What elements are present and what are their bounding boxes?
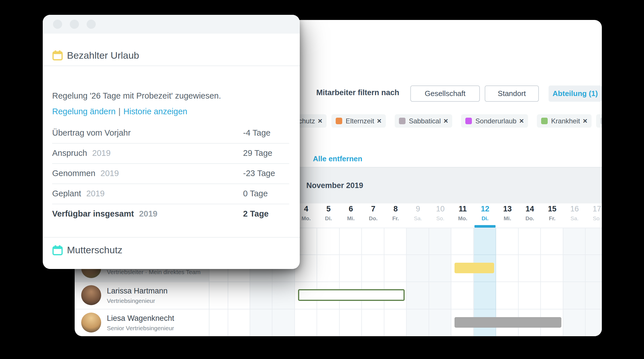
employee-name: Larissa Hartmann [107, 287, 168, 295]
chip-close-icon[interactable]: ✕ [519, 118, 524, 125]
month-label: November 2019 [306, 181, 363, 190]
filter-chip-Sonderurlaub[interactable]: Sonderurlaub✕ [461, 114, 528, 128]
balance-year: 2019 [92, 148, 111, 158]
day-header-5[interactable]: 5Di. [317, 205, 340, 228]
filter-label: Mitarbeiter filtern nach [316, 88, 399, 97]
day-of-week: Fr. [392, 216, 399, 221]
employee-role: Vertriebsleiter · Mein direktes Team [107, 269, 201, 276]
grid-column-day-6 [340, 228, 362, 336]
remove-all-filters-link[interactable]: Alle entfernen [313, 154, 362, 163]
regulation-text: Regelung '26 Tage mit Probezeit' zugewie… [52, 91, 221, 101]
chip-color-swatch [465, 118, 472, 124]
day-of-week: Do. [525, 216, 534, 221]
day-header-12[interactable]: 12Di. [474, 205, 496, 228]
divider [43, 66, 300, 66]
chips-row: Elternzeit✕Sabbatical✕Sonderurlaub✕Krank… [331, 114, 592, 128]
change-regulation-link[interactable]: Regelung ändern [52, 107, 116, 116]
day-number: 15 [548, 205, 557, 213]
day-header-9[interactable]: 9Sa. [407, 205, 429, 228]
balance-label-text: Geplant [52, 189, 81, 198]
balance-label: Verfügbar insgesamt 2019 [52, 209, 157, 219]
day-header-10[interactable]: 10So. [429, 205, 452, 228]
desktop-background: Mitarbeiter filtern nach GesellschaftSta… [0, 0, 644, 359]
calendar-icon [52, 245, 63, 256]
employee-role: Vertriebsingenieur [107, 297, 155, 304]
day-header-6[interactable]: 6Mi. [340, 205, 362, 228]
absence-bar[interactable] [298, 289, 405, 301]
day-of-week: So. [593, 216, 601, 221]
chip-close-icon[interactable]: ✕ [443, 118, 449, 125]
chip-label: Sabbatical [409, 117, 441, 125]
calendar-icon [52, 50, 63, 61]
regulation-links: Regelung ändern|Historie anzeigen [52, 107, 187, 116]
absence-bar[interactable] [455, 317, 561, 328]
day-number: 8 [394, 205, 398, 213]
day-header-13[interactable]: 13Mi. [496, 205, 519, 228]
grid-column-day-9 [407, 228, 429, 336]
day-number: 16 [570, 205, 579, 213]
day-header-11[interactable]: 11Mo. [451, 205, 474, 228]
day-header-17[interactable]: 17So. [586, 205, 602, 228]
employee-row[interactable]: Liesa WagenknechtSenior Vertriebsingenie… [75, 309, 209, 336]
day-number: 13 [503, 205, 512, 213]
day-of-week: Di. [482, 216, 488, 221]
chip-color-swatch [600, 118, 602, 124]
day-header-16[interactable]: 16Sa. [563, 205, 586, 228]
balance-value: 0 Tage [243, 189, 268, 198]
divider [43, 237, 300, 238]
day-number: 6 [349, 205, 353, 213]
day-header-14[interactable]: 14Do. [519, 205, 541, 228]
day-header-8[interactable]: 8Fr. [384, 205, 407, 228]
balance-label-text: Genommen [52, 169, 95, 178]
balance-label-text: Übertrag vom Vorjahr [52, 128, 131, 137]
balance-year: 2019 [139, 209, 158, 218]
filter-chip-Krankheit[interactable]: Krankheit✕ [537, 114, 592, 128]
card-title: Bezahlter Urlaub [67, 50, 139, 61]
balance-label-text: Verfügbar insgesamt [52, 209, 134, 218]
section-title-mutterschutz: Mutterschutz [67, 244, 123, 256]
balance-value: -23 Tage [243, 169, 275, 178]
balance-table-row: Geplant 20190 Tage [52, 184, 289, 204]
absence-bar[interactable] [455, 263, 494, 273]
day-number: 10 [436, 205, 445, 213]
window-dot-icon[interactable] [70, 20, 79, 29]
grid-column-day-7 [362, 228, 384, 336]
day-number: 5 [326, 205, 331, 213]
balance-label: Anspruch 2019 [52, 148, 111, 158]
day-number: 14 [525, 205, 534, 213]
day-number: 17 [593, 205, 601, 213]
day-number: 11 [458, 205, 467, 213]
filter-button-standort[interactable]: Standort [485, 85, 539, 102]
show-history-link[interactable]: Historie anzeigen [123, 107, 187, 116]
filter-chip-Sabbatical[interactable]: Sabbatical✕ [395, 114, 453, 128]
day-header-7[interactable]: 7Do. [362, 205, 384, 228]
window-dot-icon[interactable] [87, 20, 96, 29]
chip-close-icon[interactable]: ✕ [582, 118, 588, 125]
chip-color-swatch [399, 118, 405, 124]
day-of-week: Mo. [301, 216, 311, 221]
day-header-15[interactable]: 15Fr. [541, 205, 563, 228]
balance-table-row: Anspruch 201929 Tage [52, 144, 289, 164]
window-dot-icon[interactable] [53, 20, 62, 29]
day-number: 7 [371, 205, 375, 213]
chip-close-icon[interactable]: ✕ [317, 118, 323, 125]
chip-close-icon[interactable]: ✕ [377, 118, 382, 125]
grid-column-day-17 [586, 228, 602, 336]
employee-avatar [81, 313, 101, 333]
day-of-week: So. [436, 216, 445, 221]
grid-column-day-10 [429, 228, 452, 336]
employee-row[interactable]: Larissa HartmannVertriebsingenieur [75, 282, 209, 309]
balance-table-row: Übertrag vom Vorjahr-4 Tage [52, 123, 289, 144]
filter-chip-partial[interactable] [596, 114, 602, 128]
day-number: 9 [416, 205, 420, 213]
filter-button-abteilung-[interactable]: Abteilung (1) [549, 85, 602, 102]
filter-chip-Elternzeit[interactable]: Elternzeit✕ [331, 114, 386, 128]
balance-value: 2 Tage [243, 209, 269, 219]
day-of-week: Sa. [414, 216, 422, 221]
chip-color-swatch [336, 118, 342, 124]
balance-table-row: Genommen 2019-23 Tage [52, 164, 289, 184]
balance-table-row: Verfügbar insgesamt 20192 Tage [52, 204, 289, 225]
card-titlebar [43, 15, 300, 34]
day-number: 4 [304, 205, 308, 213]
filter-button-gesellschaft[interactable]: Gesellschaft [410, 85, 480, 102]
